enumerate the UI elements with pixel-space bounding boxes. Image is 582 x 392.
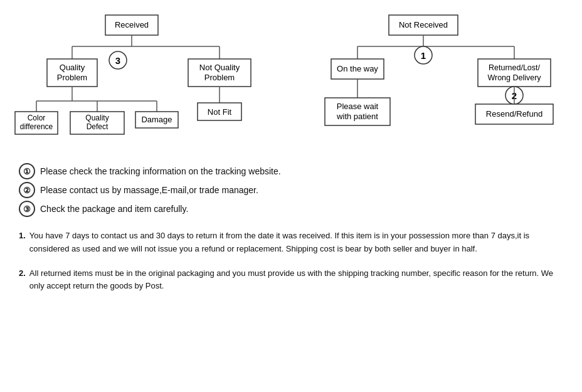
svg-text:difference: difference: [20, 122, 53, 131]
instruction-3-text: Check the package and item carefully.: [40, 204, 188, 214]
svg-text:Resend/Refund: Resend/Refund: [486, 109, 542, 119]
policy-text-2: All returned items must be in the origin…: [29, 267, 569, 294]
svg-text:Quality: Quality: [85, 114, 108, 122]
svg-text:Defect: Defect: [87, 122, 108, 131]
policy-num-2: 2.: [19, 267, 26, 294]
flowchart-left: Received Quality Problem 3 Not Quality P…: [13, 10, 288, 148]
svg-text:Returned/Lost/: Returned/Lost/: [489, 63, 541, 72]
svg-text:Wrong Delivery: Wrong Delivery: [487, 73, 541, 82]
svg-text:Problem: Problem: [204, 73, 235, 82]
received-label: Received: [115, 20, 149, 29]
instruction-3: ③ Check the package and item carefully.: [19, 201, 569, 217]
policy-num-1: 1.: [19, 230, 26, 256]
svg-text:3: 3: [115, 55, 120, 66]
policy-section: 1. You have 7 days to contact us and 30 …: [13, 230, 569, 293]
badge-3: ③: [19, 201, 35, 217]
instruction-2-text: Please contact us by massage,E-mail,or t…: [40, 185, 258, 195]
svg-text:with patient: with patient: [336, 112, 378, 121]
instructions-section: ① Please check the tracking information …: [13, 163, 569, 217]
svg-text:Damage: Damage: [141, 115, 172, 124]
instruction-2: ② Please contact us by massage,E-mail,or…: [19, 182, 569, 198]
badge-2: ②: [19, 182, 35, 198]
svg-text:On the way: On the way: [337, 64, 378, 73]
svg-text:Please wait: Please wait: [337, 102, 379, 111]
svg-text:1: 1: [421, 50, 426, 61]
svg-text:Not Fit: Not Fit: [208, 107, 232, 117]
badge-1: ①: [19, 163, 35, 179]
policy-item-1: 1. You have 7 days to contact us and 30 …: [19, 230, 569, 256]
flowchart-right: Not Received 1 On the way Returned/Lost/…: [314, 10, 569, 148]
svg-text:Color: Color: [28, 114, 46, 122]
svg-text:Quality: Quality: [60, 63, 85, 72]
svg-text:Problem: Problem: [57, 73, 87, 82]
instruction-1-text: Please check the tracking information on…: [40, 166, 281, 176]
instruction-1: ① Please check the tracking information …: [19, 163, 569, 179]
svg-text:Not Received: Not Received: [399, 20, 448, 29]
policy-text-1: You have 7 days to contact us and 30 day…: [29, 230, 569, 256]
policy-item-2: 2. All returned items must be in the ori…: [19, 267, 569, 294]
svg-text:Not Quality: Not Quality: [199, 63, 240, 72]
